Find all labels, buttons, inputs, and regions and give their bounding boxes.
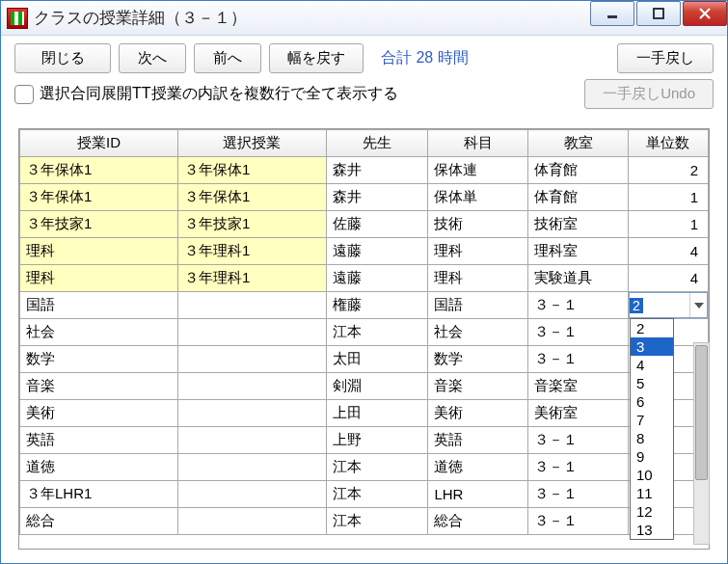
subject-cell[interactable]: 社会 (428, 319, 528, 346)
select-lesson-cell[interactable] (177, 508, 326, 535)
units-cell[interactable]: 2 (628, 292, 708, 319)
subject-cell[interactable]: 音楽 (428, 373, 528, 400)
teacher-cell[interactable]: 剣淵 (326, 373, 428, 400)
select-lesson-cell[interactable]: ３年理科1 (177, 265, 326, 292)
column-header[interactable]: 科目 (428, 130, 528, 157)
teacher-cell[interactable]: 江本 (326, 319, 428, 346)
lesson-id-cell[interactable]: 国語 (20, 292, 178, 319)
lesson-id-cell[interactable]: 美術 (20, 400, 178, 427)
teacher-cell[interactable]: 森井 (326, 157, 428, 184)
teacher-cell[interactable]: 遠藤 (326, 238, 428, 265)
subject-cell[interactable]: 国語 (428, 292, 528, 319)
lesson-id-cell[interactable]: 総合 (20, 508, 178, 535)
select-lesson-cell[interactable] (177, 373, 326, 400)
dropdown-option[interactable]: 11 (631, 484, 673, 502)
lesson-id-cell[interactable]: 理科 (20, 265, 178, 292)
units-dropdown-list[interactable]: 2345678910111213 (630, 318, 674, 540)
room-cell[interactable]: 技術室 (528, 211, 629, 238)
reset-width-button[interactable]: 幅を戻す (269, 43, 364, 73)
room-cell[interactable]: ３－１ (528, 292, 629, 319)
table-row[interactable]: ３年LHR1江本LHR３－１ (20, 481, 709, 508)
select-lesson-cell[interactable] (177, 346, 326, 373)
select-lesson-cell[interactable]: ３年技家1 (177, 211, 326, 238)
select-lesson-cell[interactable] (177, 319, 326, 346)
scrollbar-thumb[interactable] (695, 345, 708, 480)
teacher-cell[interactable]: 江本 (326, 508, 428, 535)
units-cell[interactable]: 1 (628, 184, 708, 211)
column-header[interactable]: 教室 (528, 130, 629, 157)
column-header[interactable]: 先生 (326, 130, 428, 157)
select-lesson-cell[interactable]: ３年保体1 (177, 157, 326, 184)
units-combobox[interactable]: 2 (629, 292, 708, 318)
subject-cell[interactable]: LHR (428, 481, 528, 508)
dropdown-option[interactable]: 9 (631, 447, 673, 466)
dropdown-option[interactable]: 10 (631, 466, 673, 484)
multiline-checkbox[interactable] (14, 85, 34, 104)
undo-button[interactable]: 一手戻し (617, 43, 714, 73)
column-header[interactable]: 選択授業 (177, 130, 326, 157)
subject-cell[interactable]: 理科 (428, 238, 528, 265)
select-lesson-cell[interactable] (177, 481, 326, 508)
teacher-cell[interactable]: 佐藤 (326, 211, 428, 238)
teacher-cell[interactable]: 上田 (326, 400, 428, 427)
subject-cell[interactable]: 総合 (428, 508, 528, 535)
table-row[interactable]: 国語権藤国語３－１2 (20, 292, 709, 319)
column-header[interactable]: 単位数 (628, 130, 708, 157)
data-grid[interactable]: 授業ID選択授業先生科目教室単位数 ３年保体1３年保体1森井保体連体育館2３年保… (18, 128, 710, 550)
teacher-cell[interactable]: 権藤 (326, 292, 428, 319)
lesson-id-cell[interactable]: ３年技家1 (20, 211, 178, 238)
dropdown-option[interactable]: 7 (631, 411, 673, 429)
lesson-id-cell[interactable]: 道徳 (20, 454, 178, 481)
units-cell[interactable]: 2 (628, 157, 708, 184)
teacher-cell[interactable]: 遠藤 (326, 265, 428, 292)
lesson-id-cell[interactable]: 音楽 (20, 373, 178, 400)
table-row[interactable]: 理科３年理科1遠藤理科実験道具4 (20, 265, 709, 292)
select-lesson-cell[interactable] (177, 292, 326, 319)
table-row[interactable]: 社会江本社会３－１ (20, 319, 709, 346)
subject-cell[interactable]: 保体連 (428, 157, 528, 184)
table-row[interactable]: ３年保体1３年保体1森井保体連体育館2 (20, 157, 709, 184)
room-cell[interactable]: 体育館 (528, 184, 629, 211)
subject-cell[interactable]: 数学 (428, 346, 528, 373)
teacher-cell[interactable]: 森井 (326, 184, 428, 211)
room-cell[interactable]: ３－１ (528, 454, 629, 481)
room-cell[interactable]: ３－１ (528, 427, 629, 454)
units-cell[interactable]: 1 (628, 211, 708, 238)
close-dialog-button[interactable]: 閉じる (14, 43, 111, 73)
subject-cell[interactable]: 保体単 (428, 184, 528, 211)
column-header[interactable]: 授業ID (20, 130, 178, 157)
room-cell[interactable]: ３－１ (528, 346, 629, 373)
room-cell[interactable]: 実験道具 (528, 265, 629, 292)
dropdown-option[interactable]: 6 (631, 392, 673, 411)
lesson-id-cell[interactable]: 社会 (20, 319, 178, 346)
teacher-cell[interactable]: 太田 (326, 346, 428, 373)
lesson-id-cell[interactable]: 数学 (20, 346, 178, 373)
subject-cell[interactable]: 技術 (428, 211, 528, 238)
lesson-id-cell[interactable]: 理科 (20, 238, 178, 265)
dropdown-option[interactable]: 3 (631, 337, 673, 356)
dropdown-option[interactable]: 5 (631, 374, 673, 392)
dropdown-option[interactable]: 13 (631, 521, 673, 539)
select-lesson-cell[interactable]: ３年保体1 (177, 184, 326, 211)
units-cell[interactable]: 4 (628, 265, 708, 292)
dropdown-option[interactable]: 2 (631, 319, 673, 337)
prev-button[interactable]: 前へ (194, 43, 261, 73)
table-row[interactable]: 美術上田美術美術室 (20, 400, 709, 427)
room-cell[interactable]: 音楽室 (528, 373, 629, 400)
teacher-cell[interactable]: 江本 (326, 481, 428, 508)
select-lesson-cell[interactable] (177, 400, 326, 427)
table-row[interactable]: 理科３年理科1遠藤理科理科室4 (20, 238, 709, 265)
table-row[interactable]: 音楽剣淵音楽音楽室 (20, 373, 709, 400)
next-button[interactable]: 次へ (119, 43, 186, 73)
lesson-id-cell[interactable]: ３年LHR1 (20, 481, 178, 508)
maximize-button[interactable] (636, 1, 681, 26)
chevron-down-icon[interactable] (689, 293, 707, 317)
room-cell[interactable]: ３－１ (528, 508, 629, 535)
lesson-id-cell[interactable]: 英語 (20, 427, 178, 454)
close-button[interactable] (683, 1, 727, 26)
teacher-cell[interactable]: 江本 (326, 454, 428, 481)
room-cell[interactable]: ３－１ (528, 319, 629, 346)
room-cell[interactable]: ３－１ (528, 481, 629, 508)
subject-cell[interactable]: 理科 (428, 265, 528, 292)
units-cell[interactable]: 4 (628, 238, 708, 265)
